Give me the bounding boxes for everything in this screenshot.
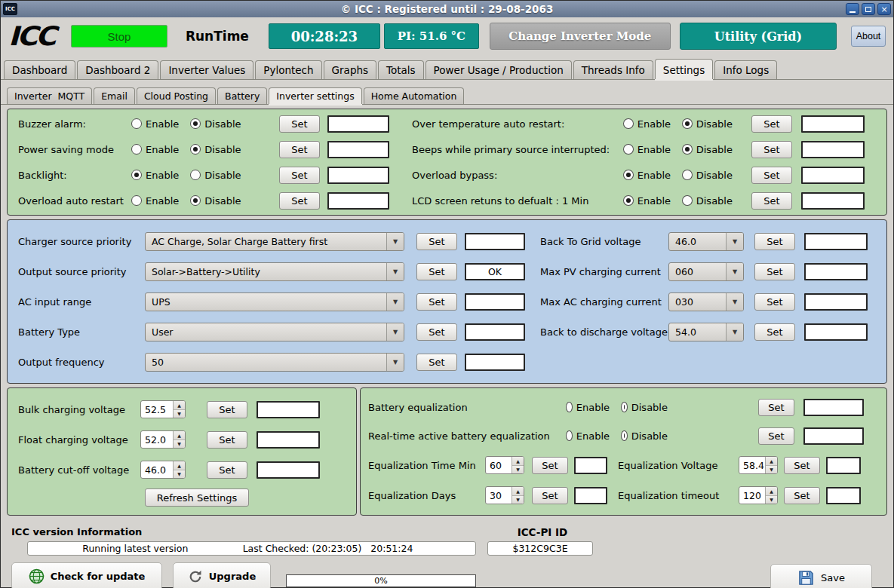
set-button[interactable]: Set <box>754 263 795 280</box>
spin-down-icon[interactable]: ▼ <box>766 465 777 474</box>
disable-radio[interactable] <box>190 144 201 155</box>
enable-radio[interactable] <box>623 144 634 155</box>
spin-down-icon[interactable]: ▼ <box>174 470 185 479</box>
spin-down-icon[interactable]: ▼ <box>174 409 185 418</box>
set-button[interactable]: Set <box>279 115 320 133</box>
minimize-icon[interactable] <box>846 3 859 15</box>
close-icon[interactable]: × <box>877 3 891 15</box>
set-button[interactable]: Set <box>754 233 795 250</box>
set-button[interactable]: Set <box>279 167 320 184</box>
charger-source-priority-select[interactable]: AC Charge, Solar Charge Battery first ▼ <box>145 232 404 251</box>
output-frequency-select[interactable]: 50 ▼ <box>145 353 404 372</box>
subtab-home-automation[interactable]: Home Automation <box>364 87 465 104</box>
enable-radio[interactable] <box>131 144 142 155</box>
disable-radio[interactable] <box>682 195 693 206</box>
enable-radio[interactable] <box>623 195 634 206</box>
back-to-grid-voltage-select[interactable]: 46.0 ▼ <box>668 232 744 251</box>
set-status-field[interactable] <box>803 399 864 416</box>
subtab-email[interactable]: Email <box>94 87 135 104</box>
set-button[interactable]: Set <box>532 487 568 504</box>
equalization-timeout-spinner[interactable]: 120 ▲▼ <box>739 486 778 504</box>
set-button[interactable]: Set <box>207 461 247 479</box>
float-charging-voltage-spinner[interactable]: 52.0 ▲▼ <box>140 430 186 449</box>
set-status-field[interactable] <box>465 354 525 371</box>
tab-totals[interactable]: Totals <box>378 60 424 79</box>
spin-up-icon[interactable]: ▲ <box>766 457 777 465</box>
spin-up-icon[interactable]: ▲ <box>174 431 185 439</box>
spin-down-icon[interactable]: ▼ <box>512 465 524 474</box>
disable-radio[interactable] <box>621 402 628 412</box>
enable-radio[interactable] <box>623 118 634 129</box>
set-status-field[interactable] <box>257 431 320 449</box>
spin-up-icon[interactable]: ▲ <box>766 487 777 495</box>
enable-radio[interactable] <box>131 170 142 180</box>
disable-radio[interactable] <box>190 170 201 180</box>
set-status-field[interactable] <box>257 461 320 479</box>
about-button[interactable]: About <box>851 26 886 47</box>
enable-radio[interactable] <box>623 170 634 180</box>
bulk-charging-voltage-spinner[interactable]: 52.5 ▲▼ <box>140 400 186 418</box>
set-button[interactable]: Set <box>758 427 794 445</box>
equalization-voltage-spinner[interactable]: 58.4 ▲▼ <box>739 456 778 474</box>
set-button[interactable]: Set <box>207 401 247 418</box>
set-status-field[interactable] <box>465 233 525 250</box>
disable-radio[interactable] <box>621 430 628 441</box>
set-status-field[interactable] <box>804 233 868 250</box>
check-for-update-button[interactable]: Check for update <box>11 562 162 588</box>
set-button[interactable]: Set <box>751 141 792 158</box>
upgrade-button[interactable]: Upgrade <box>173 562 271 588</box>
set-button[interactable]: Set <box>784 487 820 504</box>
set-button[interactable]: Set <box>758 399 794 416</box>
set-status-field[interactable] <box>465 293 525 311</box>
set-status-field[interactable] <box>465 263 525 280</box>
set-status-field[interactable] <box>327 192 389 210</box>
set-button[interactable]: Set <box>207 431 247 449</box>
set-status-field[interactable] <box>826 457 861 474</box>
tab-graphs[interactable]: Graphs <box>324 60 376 79</box>
set-status-field[interactable] <box>803 427 864 445</box>
refresh-settings-button[interactable]: Refresh Settings <box>145 488 249 507</box>
tab-settings[interactable]: Settings <box>655 59 713 79</box>
set-button[interactable]: Set <box>416 233 457 250</box>
battery-cutoff-voltage-spinner[interactable]: 46.0 ▲▼ <box>140 461 186 479</box>
set-status-field[interactable] <box>574 457 607 474</box>
tab-threads-info[interactable]: Threads Info <box>573 60 653 79</box>
equalization-days-spinner[interactable]: 30 ▲▼ <box>485 486 524 504</box>
tab-pylontech[interactable]: Pylontech <box>255 60 321 79</box>
max-ac-charging-current-select[interactable]: 030 ▼ <box>668 292 744 311</box>
enable-radio[interactable] <box>131 195 142 206</box>
spin-down-icon[interactable]: ▼ <box>512 495 524 504</box>
subtab-inverter-settings[interactable]: Inverter settings <box>269 87 361 104</box>
set-button[interactable]: Set <box>416 323 457 341</box>
set-status-field[interactable] <box>801 115 865 133</box>
change-inverter-mode-button[interactable]: Change Inverter Mode <box>490 23 671 50</box>
set-button[interactable]: Set <box>754 293 795 311</box>
subtab-inverter-mqtt[interactable]: Inverter MQTT <box>7 87 92 104</box>
battery-type-select[interactable]: User ▼ <box>145 323 404 341</box>
tab-inverter-values[interactable]: Inverter Values <box>160 60 253 79</box>
set-status-field[interactable] <box>327 115 389 133</box>
disable-radio[interactable] <box>682 170 693 180</box>
set-button[interactable]: Set <box>279 192 320 210</box>
tab-dashboard-2[interactable]: Dashboard 2 <box>77 60 158 79</box>
subtab-battery[interactable]: Battery <box>217 87 267 104</box>
set-button[interactable]: Set <box>416 263 457 280</box>
set-status-field[interactable] <box>804 293 868 311</box>
enable-radio[interactable] <box>566 430 573 441</box>
spin-up-icon[interactable]: ▲ <box>512 487 524 495</box>
title-bar[interactable]: ICC © ICC : Registered until : 29-08-206… <box>1 1 893 17</box>
spin-up-icon[interactable]: ▲ <box>512 457 524 465</box>
set-status-field[interactable] <box>327 141 389 158</box>
set-status-field[interactable] <box>801 192 865 210</box>
set-status-field[interactable] <box>327 167 389 184</box>
set-status-field[interactable] <box>574 487 607 504</box>
tab-info-logs[interactable]: Info Logs <box>714 60 777 79</box>
back-to-discharge-voltage-select[interactable]: 54.0 ▼ <box>668 323 744 341</box>
set-button[interactable]: Set <box>751 167 792 184</box>
set-button[interactable]: Set <box>416 293 457 311</box>
subtab-cloud-posting[interactable]: Cloud Posting <box>137 87 216 104</box>
set-status-field[interactable] <box>801 141 865 158</box>
disable-radio[interactable] <box>190 118 201 129</box>
output-source-priority-select[interactable]: Solar->Battery->Utility ▼ <box>145 262 404 281</box>
ac-input-range-select[interactable]: UPS ▼ <box>145 292 404 311</box>
